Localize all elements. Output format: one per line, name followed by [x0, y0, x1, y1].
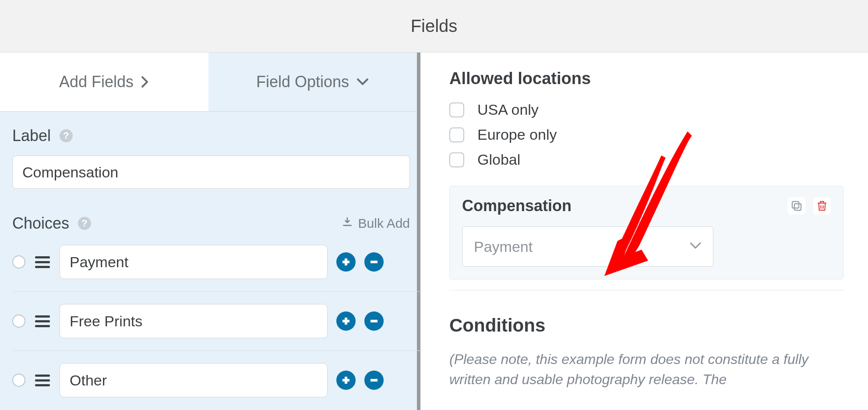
choice-default-radio[interactable]	[12, 255, 25, 269]
checkbox-usa-only[interactable]	[449, 102, 464, 117]
left-sidebar: Add Fields Field Options Label ?	[0, 53, 420, 410]
conditions-note: (Please note, this example form does not…	[449, 349, 817, 390]
add-choice-button[interactable]	[336, 311, 356, 331]
select-value: Payment	[474, 238, 533, 255]
checkbox-label: Europe only	[477, 126, 557, 143]
tab-field-options-label: Field Options	[256, 73, 349, 91]
choice-default-radio[interactable]	[12, 315, 25, 328]
checkbox-europe-only[interactable]	[449, 127, 464, 142]
divider	[449, 290, 843, 290]
checkbox-row: USA only	[449, 101, 843, 118]
label-heading: Label ?	[12, 127, 405, 145]
compensation-select[interactable]: Payment	[462, 226, 713, 267]
choice-input[interactable]	[60, 304, 328, 338]
choice-default-radio[interactable]	[12, 374, 25, 387]
add-choice-button[interactable]	[336, 252, 356, 272]
field-label-input[interactable]	[12, 156, 410, 189]
page-title: Fields	[411, 16, 458, 36]
selected-field-card[interactable]: Compensation Payment	[449, 186, 843, 279]
preview-pane: Allowed locations USA only Europe only G…	[420, 53, 868, 410]
duplicate-field-button[interactable]	[788, 197, 805, 215]
label-text: Label	[12, 127, 51, 145]
choice-input[interactable]	[60, 363, 328, 397]
conditions-heading: Conditions	[449, 315, 843, 336]
chevron-down-icon	[356, 78, 369, 86]
add-choice-button[interactable]	[336, 371, 356, 390]
remove-choice-button[interactable]	[364, 252, 384, 272]
choices-text: Choices	[12, 214, 69, 233]
bulk-add-label: Bulk Add	[358, 216, 410, 231]
bulk-add-button[interactable]: Bulk Add	[342, 216, 410, 231]
choice-row	[12, 233, 422, 292]
drag-handle-icon[interactable]	[34, 375, 51, 386]
selected-field-title: Compensation	[462, 197, 572, 215]
svg-rect-0	[794, 204, 801, 210]
checkbox-row: Global	[449, 151, 843, 168]
checkbox-global[interactable]	[449, 152, 464, 167]
svg-rect-1	[792, 201, 799, 208]
delete-field-button[interactable]	[813, 197, 831, 215]
help-icon[interactable]: ?	[78, 217, 91, 230]
tab-field-options[interactable]: Field Options	[208, 53, 417, 111]
remove-choice-button[interactable]	[364, 311, 384, 331]
choice-row	[12, 351, 422, 410]
chevron-right-icon	[141, 75, 149, 88]
tab-add-fields-label: Add Fields	[59, 73, 134, 91]
checkbox-label: USA only	[477, 101, 539, 118]
drag-handle-icon[interactable]	[34, 256, 51, 268]
checkbox-row: Europe only	[449, 126, 843, 143]
drag-handle-icon[interactable]	[34, 315, 51, 327]
tab-add-fields[interactable]: Add Fields	[0, 53, 208, 111]
choice-input[interactable]	[60, 245, 328, 279]
remove-choice-button[interactable]	[364, 371, 384, 390]
chevron-down-icon	[689, 242, 702, 251]
tabs: Add Fields Field Options	[0, 53, 417, 112]
download-icon	[342, 216, 353, 231]
allowed-locations-heading: Allowed locations	[449, 69, 843, 88]
header-bar: Fields	[0, 0, 868, 53]
help-icon[interactable]: ?	[60, 129, 73, 142]
choices-heading: Choices ?	[12, 214, 91, 233]
checkbox-label: Global	[477, 151, 520, 168]
choice-row	[12, 292, 422, 351]
